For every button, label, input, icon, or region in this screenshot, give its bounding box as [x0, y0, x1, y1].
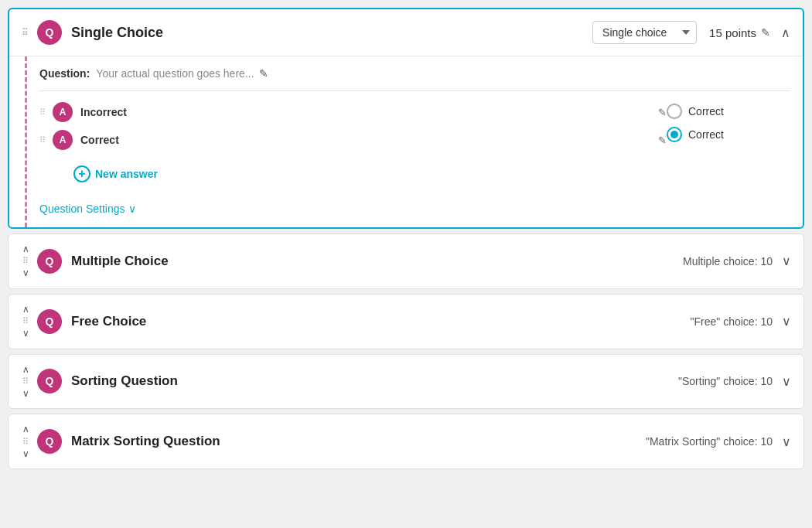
- question-card-sorting: ∧ ⠿ ∨ Q Sorting Question "Sorting" choic…: [8, 354, 804, 410]
- chevron-down-matrix[interactable]: ∨: [21, 447, 31, 461]
- question-label: Question:: [39, 67, 90, 80]
- question-text-row: Question: Your actual question goes here…: [39, 67, 790, 91]
- plus-icon: +: [73, 165, 90, 182]
- badge-multiple: Q: [37, 249, 62, 274]
- chevron-up-matrix[interactable]: ∧: [21, 422, 31, 436]
- main-container: ⠿ Q Single Choice Single choice Multiple…: [0, 0, 812, 528]
- new-answer-row: + New answer: [39, 158, 790, 193]
- answer-drag-1[interactable]: ⠿: [39, 107, 46, 118]
- question-card-multiple-choice: ∧ ⠿ ∨ Q Multiple Choice Multiple choice:…: [8, 233, 804, 289]
- collapsed-controls-matrix: ∧ ⠿ ∨: [21, 422, 31, 461]
- chevron-up-multiple[interactable]: ∧: [21, 242, 31, 256]
- collapsed-controls-free: ∧ ⠿ ∨: [21, 302, 31, 341]
- correct-label-2: Correct: [688, 128, 724, 141]
- info-multiple: Multiple choice: 10: [683, 255, 773, 267]
- title-matrix: Matrix Sorting Question: [71, 434, 646, 449]
- expand-multiple[interactable]: ∨: [782, 254, 791, 268]
- answer-text-1: Incorrect: [80, 106, 653, 118]
- drag-handle[interactable]: ⠿: [22, 27, 29, 38]
- chevron-down-free[interactable]: ∨: [21, 326, 31, 340]
- answer-drag-2[interactable]: ⠿: [39, 135, 46, 145]
- info-free: "Free" choice: 10: [691, 315, 773, 328]
- settings-chevron-icon: ∨: [128, 203, 136, 215]
- question-card-single-choice: ⠿ Q Single Choice Single choice Multiple…: [8, 8, 804, 229]
- correct-label-1: Correct: [688, 105, 724, 118]
- title-multiple: Multiple Choice: [71, 254, 683, 269]
- badge-sorting: Q: [37, 369, 62, 393]
- drag-handle-multiple[interactable]: ⠿: [22, 256, 29, 266]
- badge-free: Q: [37, 309, 62, 334]
- radio-2[interactable]: [667, 127, 682, 142]
- question-header: ⠿ Q Single Choice Single choice Multiple…: [9, 9, 803, 56]
- new-answer-button[interactable]: + New answer: [73, 165, 158, 182]
- chevron-down-sorting[interactable]: ∨: [21, 387, 31, 400]
- answer-badge-1: A: [53, 102, 73, 122]
- answers-list: ⠿ A Incorrect ✎ ⠿ A Correct ✎: [39, 102, 667, 158]
- points-area: 15 points ✎: [709, 26, 770, 39]
- new-answer-label: New answer: [95, 168, 158, 180]
- correct-radio-row-2: Correct: [667, 127, 790, 142]
- chevron-down-multiple[interactable]: ∨: [21, 266, 31, 280]
- expand-sorting[interactable]: ∨: [782, 374, 791, 389]
- left-spacer: [9, 56, 25, 227]
- chevron-up-sorting[interactable]: ∧: [21, 363, 31, 376]
- points-value: 15 points: [709, 26, 756, 39]
- answers-and-correct: ⠿ A Incorrect ✎ ⠿ A Correct ✎: [39, 102, 790, 158]
- points-edit-icon[interactable]: ✎: [761, 26, 770, 39]
- question-card-matrix: ∧ ⠿ ∨ Q Matrix Sorting Question "Matrix …: [8, 414, 804, 469]
- expand-matrix[interactable]: ∨: [782, 434, 791, 449]
- collapsed-inner-free: ∧ ⠿ ∨ Q Free Choice "Free" choice: 10 ∨: [9, 295, 803, 349]
- correct-column: Correct Correct: [667, 102, 790, 142]
- collapsed-controls-multiple: ∧ ⠿ ∨: [21, 242, 31, 281]
- question-title: Single Choice: [71, 25, 592, 41]
- collapsed-inner-multiple: ∧ ⠿ ∨ Q Multiple Choice Multiple choice:…: [9, 234, 803, 288]
- info-sorting: "Sorting" choice: 10: [678, 375, 773, 387]
- answer-text-2: Correct: [80, 134, 653, 146]
- collapsed-controls-sorting: ∧ ⠿ ∨: [21, 363, 31, 401]
- question-body-wrapper: Question: Your actual question goes here…: [9, 56, 803, 227]
- answer-edit-icon-1[interactable]: ✎: [658, 107, 667, 118]
- question-settings-label: Question Settings: [39, 203, 125, 215]
- answer-row-2: ⠿ A Correct ✎: [39, 130, 667, 150]
- collapsed-inner-sorting: ∧ ⠿ ∨ Q Sorting Question "Sorting" choic…: [9, 355, 803, 409]
- collapsed-inner-matrix: ∧ ⠿ ∨ Q Matrix Sorting Question "Matrix …: [9, 414, 803, 468]
- question-settings-button[interactable]: Question Settings ∨: [39, 203, 136, 215]
- drag-handle-sorting[interactable]: ⠿: [22, 376, 29, 387]
- answer-badge-2: A: [53, 130, 73, 150]
- radio-1[interactable]: [667, 104, 682, 119]
- question-type-select[interactable]: Single choice Multiple choice Free choic…: [592, 21, 697, 44]
- correct-radio-row-1: Correct: [667, 104, 790, 119]
- title-sorting: Sorting Question: [71, 373, 678, 389]
- title-free: Free Choice: [71, 314, 691, 329]
- badge-matrix: Q: [37, 429, 62, 454]
- drag-handle-free[interactable]: ⠿: [22, 316, 29, 326]
- question-placeholder: Your actual question goes here...: [96, 67, 254, 80]
- question-card-free-choice: ∧ ⠿ ∨ Q Free Choice "Free" choice: 10 ∨: [8, 294, 804, 349]
- answer-edit-icon-2[interactable]: ✎: [658, 135, 667, 146]
- collapse-button[interactable]: ∧: [781, 26, 790, 40]
- question-edit-icon[interactable]: ✎: [259, 67, 268, 80]
- answer-row-1: ⠿ A Incorrect ✎: [39, 102, 667, 122]
- info-matrix: "Matrix Sorting" choice: 10: [646, 435, 773, 448]
- chevron-up-free[interactable]: ∧: [21, 302, 31, 316]
- question-badge: Q: [37, 20, 62, 45]
- drag-handle-matrix[interactable]: ⠿: [22, 437, 29, 447]
- question-settings-row: Question Settings ∨: [39, 193, 790, 227]
- expand-free[interactable]: ∨: [782, 314, 791, 329]
- question-body: Question: Your actual question goes here…: [25, 56, 803, 227]
